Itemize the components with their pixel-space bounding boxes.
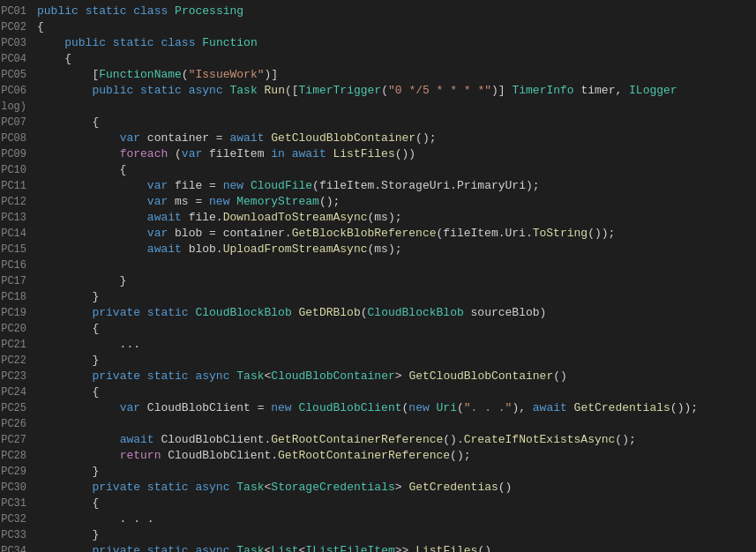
token-plain: )] <box>265 68 279 81</box>
token-kw: public <box>37 4 79 18</box>
token-plain: (); <box>450 449 470 462</box>
token-kw: static <box>140 84 182 97</box>
token-plain: container = <box>140 131 229 145</box>
line-content: await file.DownloadToStreamAsync(ms); <box>34 210 756 226</box>
line-content: { <box>34 51 756 67</box>
line-content: await blob.UploadFromStreamAsync(ms); <box>34 242 756 257</box>
token-type: Task <box>236 369 264 383</box>
token-plain <box>37 68 92 81</box>
code-line: PC25 var CloudBlobClient = new CloudBlob… <box>0 400 756 416</box>
token-kw: class <box>133 4 168 18</box>
token-plain <box>37 544 92 552</box>
line-content: { <box>34 384 756 400</box>
token-plain <box>258 84 265 97</box>
token-kw: await <box>229 131 264 145</box>
code-line: PC09 foreach (var fileItem in await List… <box>0 146 756 162</box>
token-type: Uri <box>437 401 457 414</box>
line-number: PC28 <box>0 448 34 464</box>
code-line: PC24 { <box>0 384 756 400</box>
line-content: } <box>34 464 756 480</box>
token-plain <box>37 433 120 446</box>
token-plain: ), <box>512 401 532 414</box>
line-content: private static async Task<CloudBlobConta… <box>34 369 756 384</box>
token-plain <box>37 131 120 145</box>
token-type: TimerTrigger <box>299 84 382 97</box>
token-type: ILogger <box>629 84 677 97</box>
code-line: PC22 } <box>0 353 756 369</box>
token-kw: static <box>147 369 189 383</box>
token-fn: GetCredentials <box>574 401 670 414</box>
line-number: PC17 <box>0 273 34 289</box>
line-content: var CloudBlobClient = new CloudBlobClien… <box>34 400 756 416</box>
token-kw: async <box>189 84 223 97</box>
code-line: PC06 public static async Task Run([Timer… <box>0 83 756 99</box>
code-line: PC14 var blob = container.GetBlockBlobRe… <box>0 226 756 242</box>
token-plain <box>140 481 147 494</box>
token-plain: file. <box>182 211 223 224</box>
token-plain: () <box>553 369 567 383</box>
token-plain: { <box>37 52 71 65</box>
token-plain: (fileItem.Uri. <box>437 227 533 240</box>
code-line: PC04 { <box>0 51 756 67</box>
token-type: CloudBlockBlob <box>195 306 291 319</box>
token-fn: GetRootContainerReference <box>271 433 443 446</box>
token-fn: GetRootContainerReference <box>278 449 450 462</box>
token-kw: public <box>64 36 106 49</box>
token-type: CloudBlobClient <box>298 401 401 414</box>
line-number: PC29 <box>0 464 34 480</box>
token-type: Task <box>230 84 258 97</box>
line-number: PC20 <box>0 321 34 337</box>
code-line: PC26 <box>0 416 756 432</box>
token-fn: GetCloudBlobContainer <box>408 369 553 383</box>
token-plain: blob = container. <box>168 227 291 240</box>
code-line: PC13 await file.DownloadToStreamAsync(ms… <box>0 210 756 226</box>
line-content: { <box>34 496 756 511</box>
token-plain <box>326 147 333 160</box>
line-content: { <box>34 115 756 131</box>
token-kw: var <box>147 227 168 240</box>
token-fn: GetCredentias <box>408 481 498 494</box>
code-line: PC15 await blob.UploadFromStreamAsync(ms… <box>0 242 756 257</box>
token-type: Processing <box>175 4 243 18</box>
token-plain <box>37 227 147 240</box>
token-plain: () <box>498 481 513 494</box>
token-plain: { <box>37 322 99 335</box>
token-fn: GetCloudBlobContainer <box>271 131 415 145</box>
token-plain <box>37 401 120 414</box>
token-plain: } <box>37 528 99 541</box>
token-plain: (); <box>319 195 340 208</box>
code-line: PC08 var container = await GetCloudBlobC… <box>0 131 756 146</box>
line-content: } <box>34 353 756 369</box>
code-line: PC01public static class Processing <box>0 4 756 19</box>
token-plain: CloudBlobClient = <box>140 401 271 414</box>
token-fn: GetDRBlob <box>299 306 361 319</box>
code-line: PC02{ <box>0 19 756 35</box>
token-fn: GetBlockBlobReference <box>292 227 437 240</box>
token-plain: )] <box>491 84 512 97</box>
token-plain: >> <box>395 544 415 552</box>
token-kw: static <box>147 306 189 319</box>
code-line: PC18 } <box>0 289 756 305</box>
line-content: var ms = new MemoryStream(); <box>34 194 756 210</box>
line-content: { <box>34 19 756 35</box>
token-plain: } <box>37 354 99 367</box>
line-number: PC15 <box>0 242 34 257</box>
code-line: PC34 private static async Task<List<ILis… <box>0 543 756 552</box>
token-plain <box>292 306 299 319</box>
token-plain: ( <box>457 401 464 414</box>
token-plain: (); <box>615 433 635 446</box>
line-number: PC32 <box>0 511 34 527</box>
line-number: PC26 <box>0 416 34 432</box>
token-type: StorageCredentials <box>271 481 394 494</box>
token-kw: async <box>195 369 229 383</box>
token-plain <box>37 211 147 224</box>
code-line: PC28 return CloudBlobClient.GetRootConta… <box>0 448 756 464</box>
line-content: } <box>34 289 756 305</box>
line-number: PC05 <box>0 67 34 83</box>
line-number: PC31 <box>0 496 34 511</box>
line-number: PC19 <box>0 305 34 321</box>
token-type: List <box>271 544 298 552</box>
token-fn: DownloadToStreamAsync <box>223 211 368 224</box>
code-line: PC29 } <box>0 464 756 480</box>
token-fn: CreateIfNotExistsAsync <box>464 433 616 446</box>
